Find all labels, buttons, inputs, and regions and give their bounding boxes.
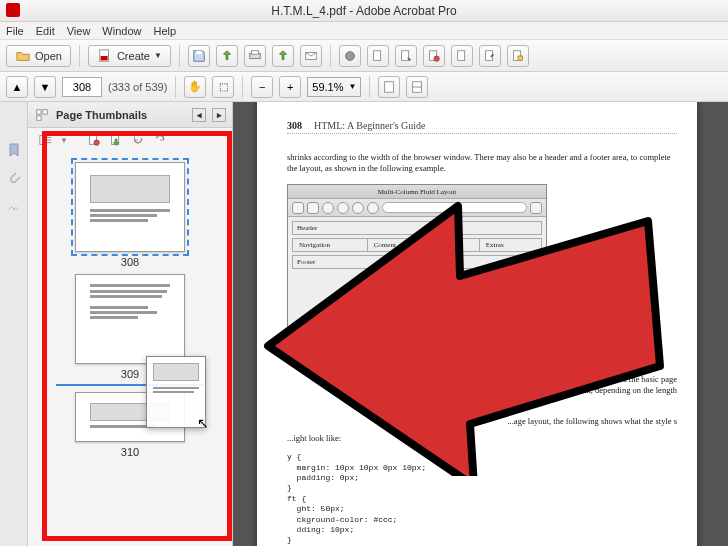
example-col-content: Content bbox=[367, 239, 479, 252]
zoom-out-button[interactable]: − bbox=[251, 76, 273, 98]
hand-tool-button[interactable]: ✋ bbox=[184, 76, 206, 98]
example-col-extras: Extras bbox=[479, 239, 541, 252]
bookmark-icon[interactable] bbox=[6, 142, 22, 158]
dropdown-icon: ▼ bbox=[154, 51, 162, 60]
fit-page-button[interactable] bbox=[378, 76, 400, 98]
tool2-button[interactable] bbox=[395, 45, 417, 67]
open-button[interactable]: Open bbox=[6, 45, 71, 67]
save-button[interactable] bbox=[188, 45, 210, 67]
page-number: 308 bbox=[287, 120, 302, 131]
tool4-button[interactable] bbox=[451, 45, 473, 67]
send-button[interactable] bbox=[272, 45, 294, 67]
arrow-up-icon: ▲ bbox=[12, 81, 23, 93]
titlebar: H.T.M.L_4.pdf - Adobe Acrobat Pro bbox=[0, 0, 728, 22]
thumbnail-308[interactable] bbox=[75, 162, 185, 252]
code-intro: ...ight look like: bbox=[287, 433, 677, 444]
title-text: H.T.M.L_4.pdf - Adobe Acrobat Pro bbox=[271, 4, 456, 18]
attachment-icon[interactable] bbox=[6, 170, 22, 186]
arrow-down-icon: ▼ bbox=[40, 81, 51, 93]
svg-rect-18 bbox=[43, 109, 47, 113]
svg-rect-11 bbox=[458, 50, 465, 60]
menu-window[interactable]: Window bbox=[102, 25, 141, 37]
thumbnails-panel: Page Thumbnails ◂ ▸ ▼ 308 bbox=[28, 102, 233, 546]
menu-view[interactable]: View bbox=[67, 25, 91, 37]
zoom-level-select[interactable]: 59.1%▼ bbox=[307, 77, 361, 97]
panel-options-icon[interactable] bbox=[38, 132, 54, 148]
email-button[interactable] bbox=[300, 45, 322, 67]
example-col-nav: Navigation bbox=[293, 239, 368, 252]
svg-rect-1 bbox=[101, 56, 108, 60]
extract-page-icon[interactable] bbox=[108, 132, 124, 148]
menubar: File Edit View Window Help bbox=[0, 22, 728, 40]
panel-header: Page Thumbnails ◂ ▸ bbox=[28, 102, 232, 128]
body-text: ...point to help you build the basic pag… bbox=[287, 374, 677, 396]
svg-rect-8 bbox=[402, 50, 409, 60]
tool1-button[interactable] bbox=[367, 45, 389, 67]
page-number-input[interactable] bbox=[62, 77, 102, 97]
tool5-button[interactable] bbox=[479, 45, 501, 67]
code-block: y { margin: 10px 10px 0px 10px; padding:… bbox=[287, 452, 677, 546]
example-header: Header bbox=[292, 221, 542, 235]
panel-title: Page Thumbnails bbox=[56, 109, 147, 121]
menu-edit[interactable]: Edit bbox=[36, 25, 55, 37]
print-button[interactable] bbox=[244, 45, 266, 67]
fit-width-button[interactable] bbox=[406, 76, 428, 98]
body-paragraph: shrinks according to the width of the br… bbox=[287, 152, 677, 174]
svg-rect-15 bbox=[385, 81, 394, 92]
body-text: ...age layout, the following shows what … bbox=[287, 416, 677, 427]
delete-page-icon[interactable] bbox=[86, 132, 102, 148]
create-button[interactable]: Create ▼ bbox=[88, 45, 171, 67]
app-icon bbox=[6, 3, 20, 17]
rotate-cw-icon[interactable] bbox=[152, 132, 168, 148]
plus-icon: + bbox=[287, 81, 293, 93]
open-label: Open bbox=[35, 50, 62, 62]
example-browser-window: Multi-Column Fluid Layout Header Navigat… bbox=[287, 184, 547, 334]
menu-help[interactable]: Help bbox=[153, 25, 176, 37]
svg-rect-20 bbox=[40, 136, 45, 145]
browser-title: Multi-Column Fluid Layout bbox=[288, 185, 546, 199]
rotate-ccw-icon[interactable] bbox=[130, 132, 146, 148]
zoom-in-button[interactable]: + bbox=[279, 76, 301, 98]
thumbnail-label: 308 bbox=[38, 256, 222, 268]
page-down-button[interactable]: ▼ bbox=[34, 76, 56, 98]
minus-icon: − bbox=[259, 81, 265, 93]
panel-next-button[interactable]: ▸ bbox=[212, 108, 226, 122]
thumbnails-list[interactable]: 308 309 310 bbox=[28, 152, 232, 546]
main-toolbar: Open Create ▼ bbox=[0, 40, 728, 72]
svg-rect-19 bbox=[37, 115, 41, 119]
pdf-page: 308 HTML: A Beginner's Guide shrinks acc… bbox=[257, 102, 697, 546]
create-label: Create bbox=[117, 50, 150, 62]
zoom-value: 59.1% bbox=[312, 81, 343, 93]
thumbnail-item[interactable]: 308 bbox=[38, 162, 222, 268]
create-pdf-icon bbox=[97, 48, 113, 64]
svg-rect-2 bbox=[196, 50, 201, 54]
chevron-down-icon: ▼ bbox=[348, 82, 356, 91]
thumbnails-icon bbox=[34, 107, 50, 123]
page-up-button[interactable]: ▲ bbox=[6, 76, 28, 98]
svg-point-22 bbox=[94, 140, 99, 145]
tool6-button[interactable] bbox=[507, 45, 529, 67]
settings-button[interactable] bbox=[339, 45, 361, 67]
export-button[interactable] bbox=[216, 45, 238, 67]
sidebar-icon-strip bbox=[0, 102, 28, 546]
folder-open-icon bbox=[15, 48, 31, 64]
select-tool-button[interactable]: ⬚ bbox=[212, 76, 234, 98]
cursor-icon: ⬚ bbox=[219, 81, 228, 92]
svg-point-10 bbox=[434, 56, 439, 61]
running-head: HTML: A Beginner's Guide bbox=[314, 120, 426, 131]
hand-icon: ✋ bbox=[188, 80, 202, 93]
signature-icon[interactable] bbox=[6, 198, 22, 214]
thumbnail-309[interactable] bbox=[75, 274, 185, 364]
svg-point-6 bbox=[346, 51, 355, 60]
svg-rect-4 bbox=[251, 50, 258, 54]
menu-file[interactable]: File bbox=[6, 25, 24, 37]
svg-rect-14 bbox=[518, 56, 522, 60]
drag-ghost: ↖ bbox=[146, 356, 206, 428]
page-total-label: (333 of 539) bbox=[108, 81, 167, 93]
tool3-button[interactable] bbox=[423, 45, 445, 67]
panel-prev-button[interactable]: ◂ bbox=[192, 108, 206, 122]
document-view[interactable]: 308 HTML: A Beginner's Guide shrinks acc… bbox=[233, 102, 728, 546]
thumbnail-label: 310 bbox=[38, 446, 222, 458]
nav-toolbar: ▲ ▼ (333 of 539) ✋ ⬚ − + 59.1%▼ bbox=[0, 72, 728, 102]
svg-rect-7 bbox=[374, 50, 381, 60]
